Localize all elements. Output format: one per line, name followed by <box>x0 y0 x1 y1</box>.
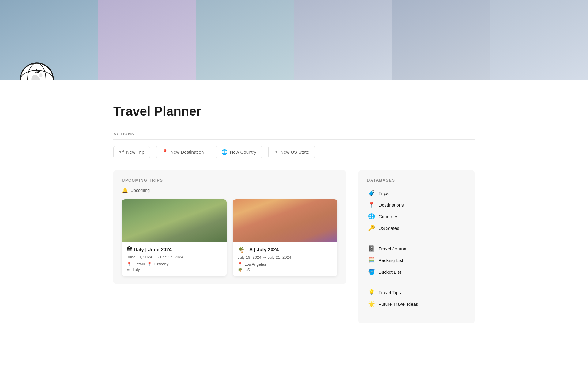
db-group-3: 💡 Travel Tips 🌟 Future Travel Ideas <box>367 286 466 310</box>
db-countries[interactable]: 🌐 Countries <box>367 211 466 222</box>
db-divider-1 <box>367 240 466 240</box>
trip-dest-tuscany: Tuscany <box>154 262 169 266</box>
banner-photo-4 <box>294 0 392 80</box>
trip-card-body-la: 🌴 LA | July 2024 July 19, 2024 → July 21… <box>233 242 337 276</box>
actions-row: 🗺 New Trip 📍 New Destination 🌐 New Count… <box>113 146 475 158</box>
future-travel-ideas-icon: 🌟 <box>368 301 375 307</box>
travel-journal-icon: 📓 <box>368 245 375 252</box>
db-us-states[interactable]: 🔑 US States <box>367 222 466 234</box>
trip-card-italy[interactable]: 🏛 Italy | June 2024 June 10, 2024 → June… <box>122 199 227 276</box>
new-country-label: New Country <box>230 149 256 155</box>
location-icon-la: 📍 <box>238 262 243 267</box>
db-future-travel-ideas[interactable]: 🌟 Future Travel Ideas <box>367 298 466 310</box>
upcoming-trips-label: UPCOMING TRIPS <box>122 178 337 182</box>
db-group-1: 🧳 Trips 📍 Destinations 🌐 Countries 🔑 US … <box>367 187 466 234</box>
trip-country-italy: 🏛 Italy <box>127 267 222 272</box>
future-travel-ideas-label: Future Travel Ideas <box>379 301 418 307</box>
logo-area <box>18 61 55 80</box>
travel-tips-icon: 💡 <box>368 289 375 296</box>
new-country-button[interactable]: 🌐 New Country <box>216 146 262 158</box>
trip-title-italy: Italy | June 2024 <box>134 247 172 253</box>
banner <box>0 0 588 80</box>
filter-label: Upcoming <box>130 188 150 193</box>
trip-dates-la: July 19, 2024 → July 21, 2024 <box>238 255 333 260</box>
right-column: DATABASES 🧳 Trips 📍 Destinations 🌐 Count… <box>358 170 475 323</box>
actions-section-label: ACTIONS <box>113 129 475 140</box>
new-trip-label: New Trip <box>126 149 144 155</box>
travel-journal-label: Travel Journal <box>379 246 407 251</box>
new-destination-button[interactable]: 📍 New Destination <box>156 146 209 158</box>
trip-country-us: 🌴 US <box>238 268 333 272</box>
location-icon-2: 📍 <box>147 262 152 266</box>
trip-dest-los-angeles: Los Angeles <box>244 262 266 267</box>
banner-photo-5 <box>392 0 490 80</box>
db-packing-list[interactable]: 🧮 Packing List <box>367 254 466 266</box>
trip-dest-la: 📍 Los Angeles <box>238 262 333 267</box>
main-layout: UPCOMING TRIPS 🔔 Upcoming 🏛 Italy | June… <box>113 170 475 323</box>
countries-icon: 🌐 <box>368 213 375 220</box>
trip-emoji-italy: 🏛 <box>127 246 132 253</box>
db-divider-2 <box>367 284 466 284</box>
country-icon-italy: 🏛 <box>127 267 131 272</box>
page-title: Travel Planner <box>113 104 475 119</box>
new-trip-icon: 🗺 <box>119 149 124 155</box>
trip-dates-italy: June 10, 2024 → June 17, 2024 <box>127 255 222 259</box>
destinations-icon: 📍 <box>368 201 375 208</box>
trip-dest-cefalu: Cefalu <box>134 262 145 266</box>
trip-card-title-italy: 🏛 Italy | June 2024 <box>127 246 222 253</box>
countries-label: Countries <box>379 214 398 219</box>
trip-meta-la: 📍 Los Angeles 🌴 US <box>238 262 333 272</box>
trip-country-name-la: US <box>244 268 250 272</box>
trip-card-title-la: 🌴 LA | July 2024 <box>238 246 333 253</box>
us-states-icon: 🔑 <box>368 225 375 231</box>
left-column: UPCOMING TRIPS 🔔 Upcoming 🏛 Italy | June… <box>113 170 346 291</box>
banner-photo-2 <box>98 0 196 80</box>
new-us-state-button[interactable]: ✦ New US State <box>268 146 315 158</box>
trip-emoji-la: 🌴 <box>238 246 244 253</box>
destinations-label: Destinations <box>379 202 404 208</box>
db-destinations[interactable]: 📍 Destinations <box>367 199 466 211</box>
db-travel-tips[interactable]: 💡 Travel Tips <box>367 286 466 298</box>
filter-icon: 🔔 <box>122 187 128 193</box>
trip-meta-italy: 📍 Cefalu 📍 Tuscany 🏛 Italy <box>127 262 222 272</box>
new-us-state-label: New US State <box>280 149 309 155</box>
trip-card-body-italy: 🏛 Italy | June 2024 June 10, 2024 → June… <box>122 242 227 276</box>
trips-icon: 🧳 <box>368 190 375 197</box>
bucket-list-icon: 🪣 <box>368 268 375 275</box>
new-us-state-icon: ✦ <box>274 149 278 155</box>
trip-card-img-italy <box>122 199 227 242</box>
trips-grid: 🏛 Italy | June 2024 June 10, 2024 → June… <box>122 199 337 276</box>
trip-title-la: LA | July 2024 <box>246 247 279 253</box>
country-icon-us: 🌴 <box>238 268 243 272</box>
new-destination-label: New Destination <box>170 149 204 155</box>
banner-collage <box>0 0 588 80</box>
db-travel-journal[interactable]: 📓 Travel Journal <box>367 243 466 254</box>
location-icon-1: 📍 <box>127 262 132 266</box>
travel-tips-label: Travel Tips <box>379 290 401 295</box>
db-group-2: 📓 Travel Journal 🧮 Packing List 🪣 Bucket… <box>367 243 466 278</box>
us-states-label: US States <box>379 226 399 231</box>
filter-row: 🔔 Upcoming <box>122 187 337 193</box>
packing-list-label: Packing List <box>379 258 403 263</box>
new-trip-button[interactable]: 🗺 New Trip <box>113 146 150 158</box>
trip-country-name-italy: Italy <box>133 267 140 272</box>
trip-card-img-la <box>233 199 337 242</box>
trips-label: Trips <box>379 191 389 196</box>
trip-dest-1-italy: 📍 Cefalu 📍 Tuscany <box>127 262 222 266</box>
page-content: Travel Planner ACTIONS 🗺 New Trip 📍 New … <box>95 104 493 323</box>
db-trips[interactable]: 🧳 Trips <box>367 187 466 199</box>
bucket-list-label: Bucket List <box>379 269 401 275</box>
trip-card-la[interactable]: 🌴 LA | July 2024 July 19, 2024 → July 21… <box>233 199 337 276</box>
db-bucket-list[interactable]: 🪣 Bucket List <box>367 266 466 278</box>
banner-photo-3 <box>196 0 294 80</box>
new-country-icon: 🌐 <box>221 149 228 155</box>
banner-photo-6 <box>490 0 588 80</box>
new-destination-icon: 📍 <box>162 149 168 155</box>
packing-list-icon: 🧮 <box>368 257 375 264</box>
databases-label: DATABASES <box>367 178 466 182</box>
logo-icon <box>18 61 55 80</box>
upcoming-trips-section: UPCOMING TRIPS 🔔 Upcoming 🏛 Italy | June… <box>113 170 346 284</box>
databases-section: DATABASES 🧳 Trips 📍 Destinations 🌐 Count… <box>358 170 475 323</box>
